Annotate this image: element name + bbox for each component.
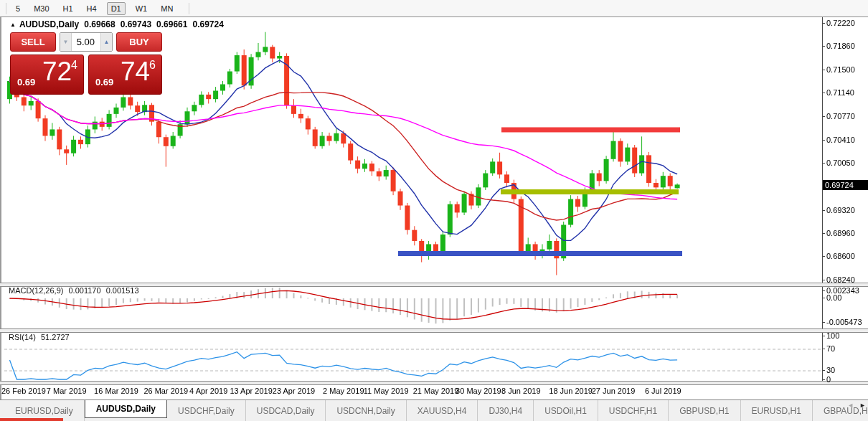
bottom-accent [0,418,63,421]
volume-stepper: ▼ 5.00 ▲ [60,32,113,52]
timeframe-button-m30[interactable]: M30 [30,3,52,14]
timeframe-button-5[interactable]: 5 [12,3,24,14]
tab-usdchf-daily[interactable]: USDCHF,Daily [167,400,246,421]
tab-usdoil-h1[interactable]: USDOil,H1 [534,400,598,421]
sell-price-prefix: 0.69 [17,77,35,87]
sell-button[interactable]: SELL [10,32,56,52]
timeframe-button-w1[interactable]: W1 [132,3,151,14]
sell-price-big: 72 [42,57,72,87]
buy-button[interactable]: BUY [116,32,162,52]
tab-usdcnh-daily[interactable]: USDCNH,Daily [326,400,406,421]
tab-eurusd-h1[interactable]: EURUSD,H1 [741,400,813,421]
panel-splitter-dates [0,381,868,385]
scroll-left-icon[interactable]: ◄ [847,402,854,409]
volume-increase-icon[interactable]: ▲ [100,33,112,51]
tab-usdcad-daily[interactable]: USDCAD,Daily [246,400,326,421]
tab-audusd-daily[interactable]: AUDUSD,Daily [85,399,167,418]
tab-usdchf-h1[interactable]: USDCHF,H1 [598,400,669,421]
sell-price-pip: 4 [71,59,77,72]
buy-quote-box[interactable]: 0.69 74 6 [88,55,162,95]
symbol-tabbar: EURUSD,DailyAUDUSD,DailyUSDCHF,DailyUSDC… [0,399,868,421]
tab-xauusd-h4[interactable]: XAUUSD,H4 [407,400,478,421]
timeframe-button-d1[interactable]: D1 [107,2,126,15]
tab-gbpusd-h1[interactable]: GBPUSD,H1 [669,400,740,421]
sell-quote-box[interactable]: 0.69 72 4 [10,55,84,95]
buy-price-pip: 6 [149,59,156,72]
chart-left-border [0,16,1,399]
buy-price-big: 74 [121,57,150,87]
scroll-right-icon[interactable]: ► [859,402,866,409]
panel-splitter-rsi[interactable] [0,328,868,333]
tab-scroll-arrows: ◄ ► [847,402,866,409]
volume-input[interactable]: 5.00 [72,33,100,51]
panel-splitter-macd[interactable] [0,283,868,287]
timeframe-button-h4[interactable]: H4 [83,3,100,14]
timeframe-toolbar: 5M30H1H4D1W1MN [0,0,868,17]
one-click-trade-panel: SELL ▼ 5.00 ▲ BUY 0.69 72 4 0.69 74 6 [10,32,162,95]
timeframe-button-mn[interactable]: MN [157,3,176,14]
timeframe-button-h1[interactable]: H1 [60,3,77,14]
volume-decrease-icon[interactable]: ▼ [60,33,72,51]
tab-dj30-h4[interactable]: DJ30,H4 [478,400,534,421]
buy-price-prefix: 0.69 [95,77,113,87]
